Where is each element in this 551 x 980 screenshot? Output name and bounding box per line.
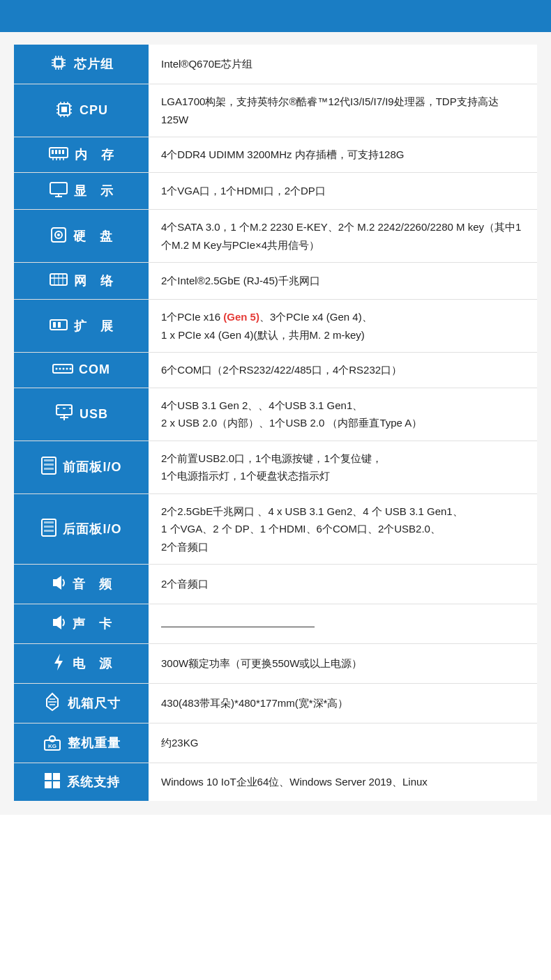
label-cell-chassis: 机箱尺寸 <box>14 684 149 723</box>
label-cell-weight: KG整机重量 <box>14 723 149 763</box>
label-cell-chipset: 芯片组 <box>14 45 149 84</box>
label-text-com: COM <box>79 362 110 377</box>
svg-marker-73 <box>54 654 63 671</box>
value-cell-display: 1个VGA口，1个HDMI口，2个DP口 <box>149 173 537 210</box>
svg-point-53 <box>59 367 61 369</box>
table-row: 网 络2个Intel®2.5GbE (RJ-45)千兆网口 <box>14 263 537 300</box>
label-text-hdd: 硬 盘 <box>73 228 113 245</box>
network-icon <box>49 271 68 291</box>
svg-rect-64 <box>44 459 54 461</box>
table-row: USB4个USB 3.1 Gen 2、、4个USB 3.1 Gen1、2 x U… <box>14 388 537 441</box>
label-text-cpu: CPU <box>80 103 108 118</box>
underline-value <box>161 615 315 627</box>
label-text-weight: 整机重量 <box>68 735 121 751</box>
label-text-chipset: 芯片组 <box>74 56 114 72</box>
soundcard-icon <box>50 613 67 635</box>
label-text-network: 网 络 <box>74 273 114 289</box>
label-cell-power: 电 源 <box>14 644 149 684</box>
svg-rect-66 <box>44 468 54 470</box>
label-cell-memory: 内 存 <box>14 137 149 173</box>
value-cell-usb: 4个USB 3.1 Gen 2、、4个USB 3.1 Gen1、2 x USB … <box>149 388 537 441</box>
label-cell-os: 系统支持 <box>14 763 149 802</box>
value-cell-expand: 1个PCIe x16 (Gen 5)、3个PCIe x4 (Gen 4)、1 x… <box>149 300 537 353</box>
os-icon <box>43 772 61 793</box>
value-cell-hdd: 4个SATA 3.0，1 个M.2 2230 E-KEY、2个 M.2 2242… <box>149 210 537 263</box>
value-text: 4个DDR4 UDIMM 3200MHz 内存插槽，可支持128G <box>161 148 404 160</box>
label-cell-expand: 扩 展 <box>14 300 149 353</box>
value-cell-soundcard <box>149 604 537 644</box>
value-text: 2个音频口 <box>161 578 209 590</box>
label-text-memory: 内 存 <box>75 146 114 163</box>
value-cell-audio: 2个音频口 <box>149 565 537 604</box>
value-text: LGA1700构架，支持英特尔®酷睿™12代I3/I5/I7/I9处理器，TDP… <box>161 95 499 125</box>
value-cell-reario: 2个2.5GbE千兆网口 、4 x USB 3.1 Gen2、4 个 USB 3… <box>149 493 537 565</box>
value-cell-weight: 约23KG <box>149 723 537 763</box>
label-cell-cpu: CPU <box>14 84 149 137</box>
table-row: 机箱尺寸430(483带耳朵)*480*177mm(宽*深*高） <box>14 684 537 723</box>
value-part: 、3个PCIe x4 (Gen 4)、 <box>259 311 372 323</box>
value-cell-chipset: Intel®Q670E芯片组 <box>149 45 537 84</box>
table-row: 硬 盘4个SATA 3.0，1 个M.2 2230 E-KEY、2个 M.2 2… <box>14 210 537 263</box>
expand-icon <box>49 317 68 335</box>
usb-icon <box>54 404 74 424</box>
table-row: 后面板I/O2个2.5GbE千兆网口 、4 x USB 3.1 Gen2、4 个… <box>14 493 537 565</box>
svg-rect-1 <box>56 60 61 66</box>
hdd-icon <box>50 225 68 247</box>
label-cell-reario: 后面板I/O <box>14 493 149 565</box>
value-text: 1个电源指示灯，1个硬盘状态指示灯 <box>161 470 330 482</box>
svg-point-52 <box>56 367 58 369</box>
value-cell-os: Windows 10 IoT企业64位、Windows Server 2019、… <box>149 763 537 802</box>
table-row: COM6个COM口（2个RS232/422/485口，4个RS232口） <box>14 353 537 388</box>
svg-rect-65 <box>44 464 54 466</box>
svg-marker-71 <box>53 576 61 590</box>
value-text: 2个前置USB2.0口，1个电源按键，1个复位键， <box>161 452 382 464</box>
svg-rect-32 <box>62 150 64 154</box>
value-text: 2 x USB 2.0（内部）、1个USB 2.0 （内部垂直Type A） <box>161 417 422 429</box>
display-icon <box>49 181 68 201</box>
svg-rect-57 <box>56 405 72 415</box>
svg-rect-83 <box>45 781 52 788</box>
page-header <box>0 0 551 32</box>
label-cell-frontio: 前面板I/O <box>14 441 149 493</box>
value-cell-com: 6个COM口（2个RS232/422/485口，4个RS232口） <box>149 353 537 388</box>
svg-rect-82 <box>53 773 60 780</box>
svg-rect-69 <box>44 526 54 528</box>
table-row: 声 卡 <box>14 604 537 644</box>
label-text-expand: 扩 展 <box>74 318 114 335</box>
svg-text:KG: KG <box>48 743 56 749</box>
value-text: 4个USB 3.1 Gen 2、、4个USB 3.1 Gen1、 <box>161 399 363 411</box>
svg-rect-37 <box>50 183 67 194</box>
svg-rect-49 <box>53 322 56 328</box>
value-cell-memory: 4个DDR4 UDIMM 3200MHz 内存插槽，可支持128G <box>149 137 537 173</box>
value-text: 1 个VGA、2 个 DP、1 个HDMI、6个COM口、2个USB2.0、 <box>161 523 441 535</box>
frontio-icon <box>40 456 57 478</box>
label-cell-hdd: 硬 盘 <box>14 210 149 263</box>
cpu-icon <box>54 100 74 122</box>
table-row: 音 频2个音频口 <box>14 565 537 604</box>
table-row: 前面板I/O2个前置USB2.0口，1个电源按键，1个复位键，1个电源指示灯，1… <box>14 441 537 493</box>
label-text-chassis: 机箱尺寸 <box>68 695 121 712</box>
spec-table: 芯片组Intel®Q670E芯片组CPULGA1700构架，支持英特尔®酷睿™1… <box>14 45 537 801</box>
label-cell-usb: USB <box>14 388 149 441</box>
svg-point-54 <box>63 367 65 369</box>
svg-rect-50 <box>58 322 61 328</box>
value-cell-cpu: LGA1700构架，支持英特尔®酷睿™12代I3/I5/I7/I9处理器，TDP… <box>149 84 537 137</box>
value-cell-network: 2个Intel®2.5GbE (RJ-45)千兆网口 <box>149 263 537 300</box>
label-text-usb: USB <box>80 407 108 422</box>
label-text-os: 系统支持 <box>67 774 120 790</box>
value-text: 4个SATA 3.0，1 个M.2 2230 E-KEY、2个 M.2 2242… <box>161 221 521 251</box>
value-text: 6个COM口（2个RS232/422/485口，4个RS232口） <box>161 364 402 376</box>
svg-rect-70 <box>44 530 54 532</box>
label-cell-audio: 音 频 <box>14 565 149 604</box>
label-text-power: 电 源 <box>73 655 112 672</box>
label-cell-display: 显 示 <box>14 173 149 210</box>
table-row: 系统支持Windows 10 IoT企业64位、Windows Server 2… <box>14 763 537 802</box>
value-part: 1个PCIe x16 <box>161 311 223 323</box>
svg-marker-72 <box>53 615 61 629</box>
value-text: 430(483带耳朵)*480*177mm(宽*深*高） <box>161 697 348 709</box>
value-cell-frontio: 2个前置USB2.0口，1个电源按键，1个复位键，1个电源指示灯，1个硬盘状态指… <box>149 441 537 493</box>
weight-icon: KG <box>43 732 62 754</box>
table-row: KG整机重量约23KG <box>14 723 537 763</box>
value-text: Windows 10 IoT企业64位、Windows Server 2019、… <box>161 776 428 788</box>
table-row: 显 示1个VGA口，1个HDMI口，2个DP口 <box>14 173 537 210</box>
